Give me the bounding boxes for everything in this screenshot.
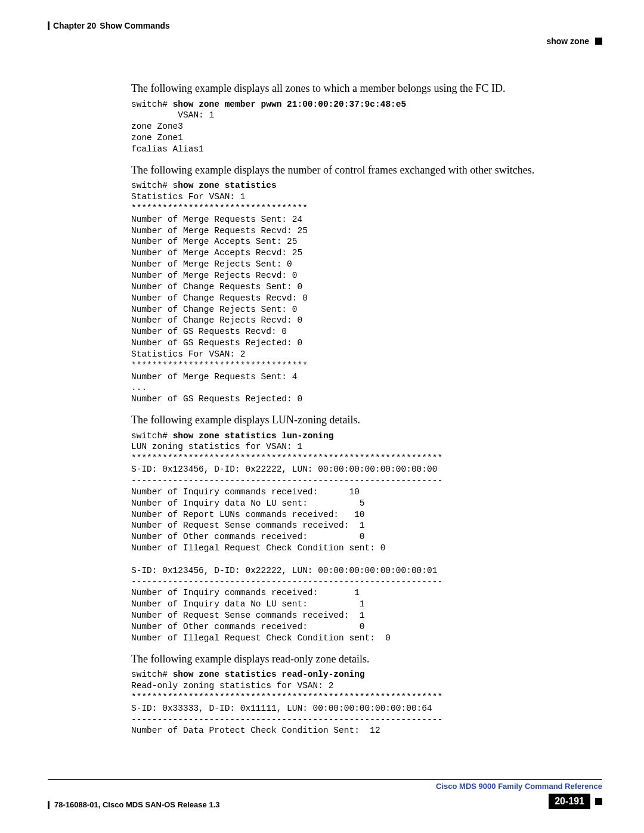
line: Number of Merge Accepts Sent: 25 (131, 237, 297, 246)
header-square-icon (595, 38, 602, 45)
command: show zone statistics lun-zoning (173, 431, 334, 441)
prompt: switch# (131, 100, 168, 109)
page-number: 20-191 (549, 794, 590, 809)
example-2-output: switch# show zone statistics Statistics … (131, 180, 596, 405)
header-right: show zone (48, 36, 602, 46)
line: Number of Report LUNs commands received:… (131, 510, 365, 519)
example-2-intro: The following example displays the numbe… (131, 163, 596, 177)
line: ****************************************… (131, 692, 442, 702)
footer-top: Cisco MDS 9000 Family Command Reference (48, 779, 602, 791)
line: Number of Merge Rejects Recvd: 0 (131, 271, 297, 280)
line: Number of Inquiry commands received: 10 (131, 487, 360, 497)
line: zone Zone3 (131, 122, 183, 131)
line: fcalias Alias1 (131, 144, 204, 154)
example-4-intro: The following example displays read-only… (131, 652, 596, 666)
line: Number of Inquiry data No LU sent: 1 (131, 599, 365, 609)
footer-doc-id: 78-16088-01, Cisco MDS SAN-OS Release 1.… (54, 800, 219, 809)
line: Number of Change Rejects Sent: 0 (131, 305, 297, 314)
line: Number of Merge Accepts Recvd: 25 (131, 248, 302, 258)
footer-left: 78-16088-01, Cisco MDS SAN-OS Release 1.… (48, 800, 219, 809)
footer-square-icon (595, 798, 602, 805)
line: Number of Inquiry data No LU sent: 5 (131, 498, 365, 508)
chapter-title: Show Commands (100, 21, 169, 30)
line: S-ID: 0x123456, D-ID: 0x22222, LUN: 00:0… (131, 465, 437, 474)
line: Number of GS Requests Rejected: 0 (131, 338, 302, 348)
header-bar-icon (48, 21, 49, 30)
line: Number of Merge Rejects Sent: 0 (131, 259, 292, 269)
line: Number of Request Sense commands receive… (131, 521, 365, 530)
line: ********************************** (131, 203, 308, 213)
example-1-output: switch# show zone member pwwn 21:00:00:2… (131, 99, 596, 155)
footer-bar-icon (48, 801, 49, 809)
line: zone Zone1 (131, 133, 183, 143)
section-title: show zone (546, 36, 589, 46)
line: ----------------------------------------… (131, 476, 442, 485)
example-1-intro: The following example displays all zones… (131, 82, 596, 95)
line: Number of Other commands received: 0 (131, 532, 365, 541)
line: Statistics For VSAN: 1 (131, 192, 245, 202)
line: Number of Illegal Request Check Conditio… (131, 633, 391, 643)
line: ----------------------------------------… (131, 715, 442, 724)
line: Number of Inquiry commands received: 1 (131, 588, 360, 597)
line: Number of Illegal Request Check Conditio… (131, 543, 385, 553)
command: show zone statistics read-only-zoning (173, 670, 365, 679)
line: Number of Change Requests Recvd: 0 (131, 293, 308, 303)
line: LUN zoning statistics for VSAN: 1 (131, 442, 302, 451)
line: Number of GS Requests Rejected: 0 (131, 394, 302, 404)
line: Number of Data Protect Check Condition S… (131, 726, 380, 735)
line: S-ID: 0x123456, D-ID: 0x22222, LUN: 00:0… (131, 566, 437, 575)
example-4-output: switch# show zone statistics read-only-z… (131, 669, 596, 736)
line: Statistics For VSAN: 2 (131, 349, 245, 359)
example-3-intro: The following example displays LUN-zonin… (131, 413, 596, 427)
line: Number of GS Requests Recvd: 0 (131, 327, 287, 336)
example-3-output: switch# show zone statistics lun-zoning … (131, 431, 596, 644)
footer-bottom: 78-16088-01, Cisco MDS SAN-OS Release 1.… (48, 794, 602, 809)
line: Number of Change Requests Sent: 0 (131, 282, 302, 292)
footer: Cisco MDS 9000 Family Command Reference … (48, 779, 602, 809)
line: Number of Other commands received: 0 (131, 622, 365, 631)
line: ... (131, 383, 147, 392)
prompt: switch# (131, 431, 168, 441)
chapter-label: Chapter 20 (53, 21, 96, 30)
prompt: switch# (131, 670, 168, 679)
line: Number of Request Sense commands receive… (131, 611, 365, 620)
footer-right: 20-191 (549, 794, 602, 809)
line: Number of Change Rejects Recvd: 0 (131, 315, 302, 325)
command: how zone statistics (178, 181, 276, 190)
footer-doc-title: Cisco MDS 9000 Family Command Reference (436, 782, 602, 791)
line: ----------------------------------------… (131, 577, 442, 587)
line: Read-only zoning statistics for VSAN: 2 (131, 681, 333, 690)
header-left: Chapter 20 Show Commands (48, 21, 602, 30)
line: Number of Merge Requests Sent: 24 (131, 215, 302, 224)
command: show zone member pwwn 21:00:00:20:37:9c:… (173, 100, 407, 109)
line: Number of Merge Requests Recvd: 25 (131, 226, 308, 236)
line: ********************************** (131, 361, 308, 370)
line: S-ID: 0x33333, D-ID: 0x11111, LUN: 00:00… (131, 704, 432, 713)
content: The following example displays all zones… (131, 82, 596, 736)
line: VSAN: 1 (131, 110, 214, 120)
page: Chapter 20 Show Commands show zone The f… (0, 0, 644, 833)
prompt: switch# s (131, 181, 178, 190)
line: ****************************************… (131, 453, 442, 463)
line: Number of Merge Requests Sent: 4 (131, 372, 297, 382)
